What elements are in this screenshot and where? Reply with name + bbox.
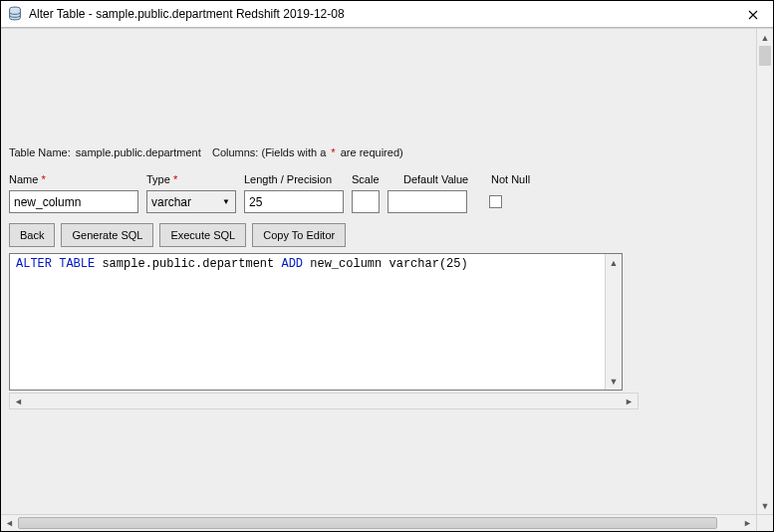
sql-editor[interactable]: ALTER TABLE sample.public.department ADD… — [9, 253, 623, 391]
inputs-row: varchar ▼ — [9, 190, 510, 213]
type-select-value: varchar — [151, 195, 191, 209]
type-select[interactable]: varchar ▼ — [146, 190, 236, 213]
type-label-text: Type — [146, 173, 170, 185]
scroll-down-icon[interactable]: ▼ — [757, 497, 773, 514]
editor-vertical-scrollbar[interactable]: ▲ ▼ — [605, 254, 622, 390]
window-horizontal-scrollbar[interactable]: ◄ ► — [1, 514, 773, 531]
table-name-value: sample.public.department — [76, 146, 201, 158]
scroll-thumb[interactable] — [18, 517, 717, 529]
scroll-up-icon[interactable]: ▲ — [757, 29, 773, 46]
content-pane: Table Name: sample.public.department Col… — [9, 29, 748, 514]
editor-horizontal-scrollbar[interactable]: ◄ ► — [9, 393, 639, 409]
copy-to-editor-button[interactable]: Copy To Editor — [252, 223, 346, 247]
sql-text-tail: new_column varchar(25) — [303, 257, 468, 271]
columns-tail: are required) — [341, 146, 403, 158]
name-input[interactable] — [9, 190, 138, 213]
sql-keyword: ADD — [281, 257, 303, 271]
generate-sql-button[interactable]: Generate SQL — [61, 223, 153, 247]
notnull-label: Not Null — [491, 173, 551, 185]
scroll-track[interactable] — [27, 394, 621, 408]
scroll-up-icon[interactable]: ▲ — [606, 254, 622, 271]
scale-input[interactable] — [352, 190, 380, 213]
sql-keyword: ALTER TABLE — [16, 257, 95, 271]
length-label: Length / Precision — [244, 173, 344, 185]
scroll-right-icon[interactable]: ► — [621, 394, 638, 408]
required-star-icon: * — [173, 173, 177, 185]
chevron-down-icon: ▼ — [217, 191, 235, 212]
required-star-icon: * — [331, 146, 335, 158]
name-label-text: Name — [9, 173, 38, 185]
scroll-left-icon[interactable]: ◄ — [1, 515, 18, 531]
scrollbar-corner — [756, 515, 773, 531]
title-bar: Alter Table - sample.public.department R… — [1, 1, 773, 28]
sql-text-mid: sample.public.department — [95, 257, 281, 271]
window-title: Alter Table - sample.public.department R… — [29, 7, 345, 21]
default-label: Default Value — [403, 173, 483, 185]
required-star-icon: * — [41, 173, 45, 185]
default-input[interactable] — [387, 190, 467, 213]
vertical-scrollbar[interactable]: ▲ ▼ — [756, 29, 773, 514]
scroll-down-icon[interactable]: ▼ — [606, 373, 622, 390]
scale-label: Scale — [352, 173, 395, 185]
notnull-checkbox[interactable] — [489, 195, 502, 208]
scroll-right-icon[interactable]: ► — [739, 515, 756, 531]
scroll-left-icon[interactable]: ◄ — [10, 394, 27, 408]
button-bar: Back Generate SQL Execute SQL Copy To Ed… — [9, 223, 346, 247]
back-button[interactable]: Back — [9, 223, 55, 247]
client-area: ▲ ▼ Table Name: sample.public.department… — [1, 28, 773, 514]
length-input[interactable] — [244, 190, 344, 213]
table-name-label: Table Name: — [9, 146, 71, 158]
database-icon — [7, 6, 23, 22]
scroll-track[interactable] — [18, 515, 739, 531]
info-row: Table Name: sample.public.department Col… — [9, 146, 405, 158]
type-label: Type * — [146, 173, 236, 185]
execute-sql-button[interactable]: Execute SQL — [159, 223, 246, 247]
sql-text: ALTER TABLE sample.public.department ADD… — [10, 254, 622, 274]
scroll-thumb[interactable] — [759, 46, 771, 66]
field-labels-row: Name * Type * Length / Precision Scale D… — [9, 173, 559, 185]
close-button[interactable] — [733, 1, 773, 28]
columns-label: Columns: (Fields with a — [212, 146, 326, 158]
name-label: Name * — [9, 173, 138, 185]
